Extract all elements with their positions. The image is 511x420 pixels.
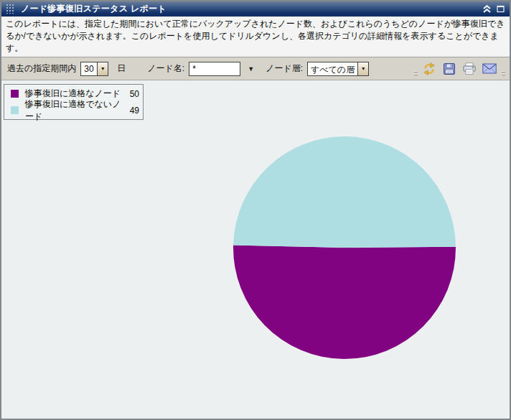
refresh-icon	[423, 62, 436, 75]
node-name-input[interactable]	[189, 62, 240, 76]
chevron-down-icon[interactable]: ▼	[357, 62, 368, 75]
collapse-icon[interactable]	[482, 5, 492, 13]
print-button[interactable]	[461, 60, 478, 78]
save-button[interactable]	[441, 60, 458, 78]
save-icon	[443, 62, 456, 75]
legend-swatch	[11, 106, 19, 114]
refresh-button[interactable]	[421, 60, 438, 78]
report-content: 惨事復旧に適格なノード 50 惨事復旧に適格でないノード 49	[1, 80, 510, 419]
node-tier-label: ノード層:	[266, 62, 303, 75]
report-window: ノード惨事復旧ステータス レポート このレポートには、指定した期間において正常に…	[0, 0, 511, 420]
pie-slice-1[interactable]	[233, 136, 456, 248]
legend-value: 50	[130, 89, 139, 99]
period-label: 過去の指定期間内	[7, 62, 76, 75]
period-select[interactable]: 30 ▼	[80, 62, 108, 76]
email-icon	[482, 63, 497, 74]
drag-grip-icon[interactable]	[6, 4, 16, 14]
email-button[interactable]	[481, 60, 498, 78]
chevron-down-icon[interactable]: ▼	[97, 62, 108, 75]
legend-label: 惨事復旧に適格でないノード	[25, 98, 127, 123]
toolbar-grip[interactable]	[413, 60, 418, 78]
node-name-label: ノード名:	[147, 62, 184, 75]
filter-toolbar: 過去の指定期間内 30 ▼ 日 ノード名: ▼ ノード層: すべての層 ▼	[1, 57, 510, 80]
pie-chart	[233, 136, 456, 360]
maximize-icon[interactable]	[497, 5, 505, 13]
report-description: このレポートには、指定した期間において正常にバックアップされたノード数、およびこ…	[1, 17, 510, 57]
node-tier-select-value: すべての層	[308, 62, 357, 75]
chart-legend: 惨事復旧に適格なノード 50 惨事復旧に適格でないノード 49	[4, 84, 144, 120]
toolbar-grip[interactable]	[501, 60, 505, 78]
node-tier-select[interactable]: すべての層 ▼	[307, 62, 369, 76]
print-icon	[462, 62, 477, 75]
node-name-dropdown-icon[interactable]: ▼	[248, 65, 254, 73]
period-select-value: 30	[81, 62, 97, 75]
toolbar-actions	[413, 60, 505, 78]
legend-value: 49	[130, 106, 139, 116]
window-title: ノード惨事復旧ステータス レポート	[21, 3, 477, 15]
title-bar: ノード惨事復旧ステータス レポート	[1, 1, 510, 17]
pie-slice-0[interactable]	[233, 245, 456, 359]
period-unit-label: 日	[117, 62, 126, 75]
legend-item-not-eligible[interactable]: 惨事復旧に適格でないノード 49	[8, 104, 139, 116]
legend-swatch	[11, 90, 19, 98]
